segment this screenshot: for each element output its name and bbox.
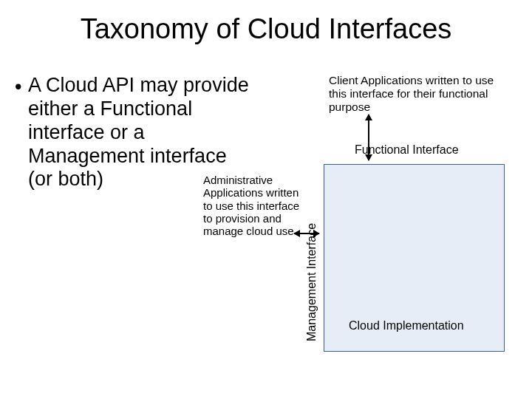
client-apps-text: Client Applications written to use this … xyxy=(329,74,502,113)
vertical-double-arrow-icon xyxy=(368,115,369,160)
slide: Taxonomy of Cloud Interfaces • A Cloud A… xyxy=(0,0,532,399)
cloud-implementation-label: Cloud Implementation xyxy=(349,319,464,332)
bullet-text: A Cloud API may provide either a Functio… xyxy=(28,74,249,190)
admin-apps-text: Administrative Applications written to u… xyxy=(203,174,303,237)
bullet-dot-icon: • xyxy=(15,75,21,99)
horizontal-double-arrow-icon xyxy=(294,233,319,234)
slide-title: Taxonomy of Cloud Interfaces xyxy=(0,13,532,45)
management-interface-label: Management Interface xyxy=(305,223,318,341)
